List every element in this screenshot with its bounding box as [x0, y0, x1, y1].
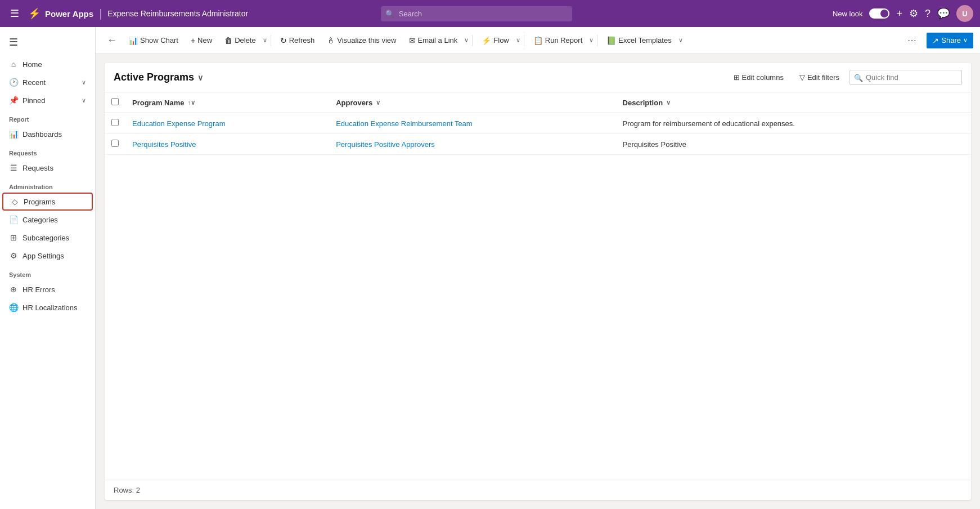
filter-icon: ▽ [799, 73, 805, 82]
sidebar-item-hr-errors[interactable]: ⊕ HR Errors [0, 280, 95, 298]
excel-templates-button[interactable]: 📗 Excel Templates [601, 33, 677, 48]
refresh-button[interactable]: ↻ Refresh [275, 33, 321, 48]
show-chart-button[interactable]: 📊 Show Chart [123, 33, 184, 48]
quick-find-icon: 🔍 [854, 73, 863, 82]
flow-dropdown-icon[interactable]: ∨ [516, 37, 520, 44]
sidebar-item-app-settings[interactable]: ⚙ App Settings [0, 247, 95, 265]
run-report-button[interactable]: 📋 Run Report [528, 33, 588, 48]
quick-find-input[interactable] [849, 70, 962, 85]
excel-dropdown-icon[interactable]: ∨ [678, 37, 683, 44]
edit-columns-label: Edit columns [742, 73, 784, 82]
sidebar-item-subcategories[interactable]: ⊞ Subcategories [0, 229, 95, 247]
sidebar-programs-label: Programs [24, 198, 55, 206]
row1-checkbox-cell [105, 113, 125, 134]
delete-label: Delete [235, 36, 256, 44]
edit-filters-button[interactable]: ▽ Edit filters [794, 70, 845, 84]
chat-icon[interactable]: 💬 [937, 7, 950, 20]
sidebar-item-categories[interactable]: 📄 Categories [0, 211, 95, 229]
share-button[interactable]: ↗ Share ∨ [927, 33, 973, 48]
edit-columns-icon: ⊞ [734, 73, 740, 82]
hamburger-menu-button[interactable]: ☰ [7, 5, 23, 22]
subcategories-icon: ⊞ [9, 233, 18, 242]
share-icon: ↗ [932, 36, 939, 45]
search-bar: 🔍 [381, 6, 572, 21]
view-title-text: Active Programs [114, 72, 194, 83]
recent-icon: 🕐 [9, 78, 18, 87]
view-title-dropdown-icon[interactable]: ∨ [197, 73, 203, 82]
new-icon: + [191, 36, 195, 45]
section-admin-label: Administration [0, 177, 95, 193]
row1-approvers-link[interactable]: Education Expense Reimbursement Team [336, 119, 473, 128]
sidebar-categories-label: Categories [23, 216, 58, 224]
description-header-label: Description [623, 99, 663, 107]
row2-program-name-link[interactable]: Perquisites Positive [132, 140, 196, 149]
flow-label: Flow [493, 36, 509, 44]
sidebar-item-recent[interactable]: 🕐 Recent ∨ [0, 73, 95, 91]
table-body: Education Expense Program Education Expe… [105, 113, 971, 155]
email-icon: ✉ [409, 36, 416, 45]
sidebar-item-pinned[interactable]: 📌 Pinned ∨ [0, 91, 95, 109]
section-requests-label: Requests [0, 143, 95, 159]
approvers-header[interactable]: Approvers ∨ [329, 92, 615, 113]
more-options-icon[interactable]: ⋯ [903, 32, 921, 49]
email-link-button[interactable]: ✉ Email a Link [403, 33, 464, 48]
view-panel: Active Programs ∨ ⊞ Edit columns ▽ Edit … [105, 63, 971, 500]
quick-find-wrapper: 🔍 [849, 70, 962, 85]
dashboards-icon: 📊 [9, 130, 18, 139]
run-report-dropdown-icon[interactable]: ∨ [589, 37, 594, 44]
avatar[interactable]: U [956, 5, 973, 22]
section-report-label: Report [0, 109, 95, 125]
row2-checkbox[interactable] [111, 140, 119, 147]
sidebar-hamburger[interactable]: ☰ [0, 32, 95, 55]
description-header[interactable]: Description ∨ [616, 92, 971, 113]
email-dropdown-icon[interactable]: ∨ [464, 37, 469, 44]
sidebar-recent-label: Recent [23, 78, 46, 87]
requests-icon: ☰ [9, 163, 18, 172]
sidebar-dashboards-label: Dashboards [23, 130, 62, 139]
edit-filters-label: Edit filters [807, 73, 839, 82]
sidebar-item-home[interactable]: ⌂ Home [0, 55, 95, 73]
recent-expand-icon: ∨ [82, 79, 86, 86]
table-row: Perquisites Positive Perquisites Positiv… [105, 134, 971, 155]
sidebar: ☰ ⌂ Home 🕐 Recent ∨ 📌 Pinned ∨ Report 📊 … [0, 27, 96, 509]
settings-icon[interactable]: ⚙ [909, 7, 918, 20]
categories-icon: 📄 [9, 215, 18, 224]
sidebar-item-programs[interactable]: ◇ Programs [2, 193, 93, 211]
help-icon[interactable]: ? [925, 8, 930, 20]
new-button[interactable]: + New [185, 33, 218, 48]
hr-localizations-icon: 🌐 [9, 303, 18, 312]
view-title: Active Programs ∨ [114, 72, 203, 83]
row1-checkbox[interactable] [111, 119, 119, 126]
row1-program-name-link[interactable]: Education Expense Program [132, 119, 225, 128]
sidebar-home-label: Home [23, 60, 42, 69]
main-content: ← 📊 Show Chart + New 🗑 Delete ∨ ↻ Refres… [96, 27, 980, 509]
select-all-column [105, 92, 125, 113]
row2-description: Perquisites Positive [616, 134, 971, 155]
program-name-header[interactable]: Program Name ↑∨ [125, 92, 329, 113]
select-all-checkbox[interactable] [111, 98, 119, 105]
sidebar-hr-localizations-label: HR Localizations [23, 303, 78, 312]
sidebar-item-requests[interactable]: ☰ Requests [0, 159, 95, 177]
delete-button[interactable]: 🗑 Delete [219, 33, 262, 48]
add-icon[interactable]: + [896, 8, 902, 20]
search-input[interactable] [381, 6, 572, 21]
row2-approvers-link[interactable]: Perquisites Positive Approvers [336, 140, 435, 149]
description-sort-icon: ∨ [666, 99, 671, 106]
view-area: Active Programs ∨ ⊞ Edit columns ▽ Edit … [96, 54, 980, 509]
visualize-label: Visualize this view [337, 36, 396, 44]
new-look-label: New look [833, 10, 862, 18]
row1-program-name: Education Expense Program [125, 113, 329, 134]
command-bar: ← 📊 Show Chart + New 🗑 Delete ∨ ↻ Refres… [96, 27, 980, 54]
new-look-toggle[interactable] [869, 8, 889, 19]
visualize-button[interactable]: 🕯 Visualize this view [321, 33, 402, 48]
sidebar-item-dashboards[interactable]: 📊 Dashboards [0, 125, 95, 143]
data-table: Program Name ↑∨ Approvers ∨ [105, 92, 971, 155]
back-button[interactable]: ← [102, 32, 122, 48]
sidebar-item-hr-localizations[interactable]: 🌐 HR Localizations [0, 298, 95, 316]
section-system-label: System [0, 265, 95, 280]
flow-button[interactable]: ⚡ Flow [476, 33, 514, 48]
delete-dropdown-icon[interactable]: ∨ [263, 37, 267, 44]
edit-columns-button[interactable]: ⊞ Edit columns [728, 70, 789, 84]
sidebar-pinned-label: Pinned [23, 96, 45, 105]
program-name-sort-icon: ↑∨ [187, 99, 195, 106]
